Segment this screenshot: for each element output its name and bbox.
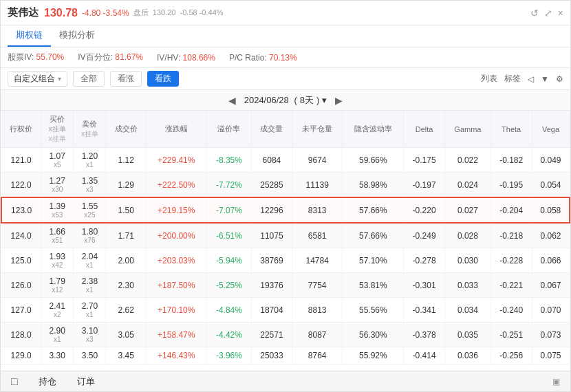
- table-row[interactable]: 122.0 1.27 x30 1.35 x3 1.29+222.50%-7.72…: [1, 173, 570, 198]
- cell-sell[interactable]: 1.35 x3: [74, 173, 106, 198]
- cell-change: +158.47%: [146, 323, 206, 347]
- table-row[interactable]: 124.0 1.66 x51 1.80 x76 1.71+200.00%-6.5…: [1, 223, 570, 248]
- cell-vega: 0.058: [532, 197, 570, 223]
- expand-icon[interactable]: ▣: [552, 377, 560, 386]
- cell-gamma: 0.030: [445, 248, 491, 273]
- toolbar-right: 列表 标签 ◁ ▼ ⚙: [481, 73, 563, 85]
- combo-selector[interactable]: 自定义组合 ▾: [8, 71, 67, 87]
- col-premium: 溢价率: [206, 111, 251, 148]
- table-row[interactable]: 123.0 1.39 x53 1.55 x25 1.50+219.15%-7.0…: [1, 197, 570, 223]
- cell-volume: 22571: [252, 323, 292, 347]
- cell-strike: 121.0: [1, 148, 41, 173]
- table-body: 121.0 1.07 x5 1.20 x1 1.12+229.41%-8.35%…: [1, 148, 570, 364]
- cell-sell[interactable]: 1.20 x1: [74, 148, 106, 173]
- cell-last: 1.29: [106, 173, 146, 198]
- cell-premium: -7.07%: [206, 197, 251, 223]
- cell-strike: 123.0: [1, 197, 41, 223]
- cell-gamma: 0.033: [445, 273, 491, 298]
- iv-item-hv: IV/HV: 108.66%: [157, 53, 215, 63]
- header-controls: ↺ ⤢ ×: [530, 8, 563, 19]
- col-change: 涨跌幅: [146, 111, 206, 148]
- cell-theta: -0.221: [491, 273, 532, 298]
- cell-buy[interactable]: 2.90 x1: [41, 323, 74, 347]
- col-gamma: Gamma: [445, 111, 491, 148]
- table-row[interactable]: 128.0 2.90 x1 3.10 x3 3.05+158.47%-4.42%…: [1, 323, 570, 347]
- table-row[interactable]: 129.0 3.30 3.50 3.45+146.43%-3.96%250338…: [1, 347, 570, 364]
- cell-sell[interactable]: 2.70 x1: [74, 298, 106, 323]
- cell-strike: 126.0: [1, 273, 41, 298]
- filter-call[interactable]: 看涨: [110, 71, 142, 87]
- cell-strike: 129.0: [1, 347, 41, 364]
- cell-buy[interactable]: 3.30: [41, 347, 74, 364]
- col-last: 成交价: [106, 111, 146, 148]
- cell-theta: -0.228: [491, 248, 532, 273]
- back-btn[interactable]: ◁: [528, 74, 534, 84]
- date-selector[interactable]: 2024/06/28 ( 8天 ) ▾: [244, 94, 327, 107]
- cell-buy[interactable]: 1.07 x5: [41, 148, 74, 173]
- cell-volume: 18704: [252, 298, 292, 323]
- square-icon: □: [11, 375, 18, 388]
- tag-view-btn[interactable]: 标签: [504, 73, 521, 85]
- stock-name: 英伟达: [8, 6, 39, 19]
- cell-strike: 127.0: [1, 298, 41, 323]
- cell-last: 3.45: [106, 347, 146, 364]
- list-view-btn[interactable]: 列表: [481, 73, 497, 85]
- cell-sell[interactable]: 1.80 x76: [74, 223, 106, 248]
- table-row[interactable]: 127.0 2.41 x2 2.70 x1 2.62+170.10%-4.84%…: [1, 298, 570, 323]
- cell-change: +219.15%: [146, 197, 206, 223]
- prev-date-btn[interactable]: ◀: [228, 95, 236, 106]
- price-change: -4.80 -3.54%: [82, 8, 129, 18]
- cell-iv: 58.98%: [343, 173, 404, 198]
- cell-sell[interactable]: 2.38 x1: [74, 273, 106, 298]
- holdings-btn[interactable]: 持仓: [39, 375, 56, 388]
- tab-options-chain[interactable]: 期权链: [8, 25, 51, 47]
- cell-buy[interactable]: 1.79 x12: [41, 273, 74, 298]
- cell-premium: -6.51%: [206, 223, 251, 248]
- stock-price: 130.78: [44, 7, 78, 19]
- tab-simulation[interactable]: 模拟分析: [51, 25, 103, 47]
- tabs: 期权链 模拟分析: [1, 25, 570, 47]
- table-row[interactable]: 121.0 1.07 x5 1.20 x1 1.12+229.41%-8.35%…: [1, 148, 570, 173]
- cell-buy[interactable]: 2.41 x2: [41, 298, 74, 323]
- cell-iv: 57.10%: [343, 248, 404, 273]
- col-vega: Vega: [532, 111, 570, 148]
- cell-theta: -0.182: [491, 148, 532, 173]
- cell-sell[interactable]: 3.10 x3: [74, 323, 106, 347]
- close-icon[interactable]: ×: [558, 8, 563, 19]
- filter-icon[interactable]: ▼: [541, 74, 549, 84]
- cell-vega: 0.073: [532, 323, 570, 347]
- cell-volume: 6084: [252, 148, 292, 173]
- filter-put[interactable]: 看跌: [147, 71, 179, 87]
- cell-strike: 128.0: [1, 323, 41, 347]
- cell-vega: 0.075: [532, 347, 570, 364]
- iv-item-pct: IV百分位: 81.67%: [78, 52, 143, 63]
- table-row[interactable]: 125.0 1.93 x42 2.04 x1 2.00+203.03%-5.94…: [1, 248, 570, 273]
- cell-theta: -0.204: [491, 197, 532, 223]
- cell-premium: -5.25%: [206, 273, 251, 298]
- cell-change: +222.50%: [146, 173, 206, 198]
- resize-icon[interactable]: ⤢: [544, 8, 552, 19]
- filter-all[interactable]: 全部: [73, 71, 105, 87]
- table-row[interactable]: 126.0 1.79 x12 2.38 x1 2.30+187.50%-5.25…: [1, 273, 570, 298]
- cell-oi: 11139: [292, 173, 343, 198]
- cell-last: 1.71: [106, 223, 146, 248]
- cell-change: +170.10%: [146, 298, 206, 323]
- cell-buy[interactable]: 1.27 x30: [41, 173, 74, 198]
- cell-sell[interactable]: 1.55 x25: [74, 197, 106, 223]
- cell-buy[interactable]: 1.93 x42: [41, 248, 74, 273]
- cell-sell[interactable]: 2.04 x1: [74, 248, 106, 273]
- date-chevron-icon: ▾: [322, 95, 327, 105]
- cell-premium: -4.42%: [206, 323, 251, 347]
- bottom-bar: □ 持仓 订单 ▣: [1, 371, 570, 391]
- cell-theta: -0.240: [491, 298, 532, 323]
- date-nav: ◀ 2024/06/28 ( 8天 ) ▾ ▶: [1, 90, 570, 111]
- settings-icon[interactable]: ⚙: [556, 74, 563, 84]
- orders-btn[interactable]: 订单: [77, 375, 95, 388]
- cell-buy[interactable]: 1.39 x53: [41, 197, 74, 223]
- cell-gamma: 0.022: [445, 148, 491, 173]
- refresh-icon[interactable]: ↺: [530, 8, 539, 19]
- cell-sell[interactable]: 3.50: [74, 347, 106, 364]
- cell-strike: 125.0: [1, 248, 41, 273]
- next-date-btn[interactable]: ▶: [335, 95, 343, 106]
- cell-buy[interactable]: 1.66 x51: [41, 223, 74, 248]
